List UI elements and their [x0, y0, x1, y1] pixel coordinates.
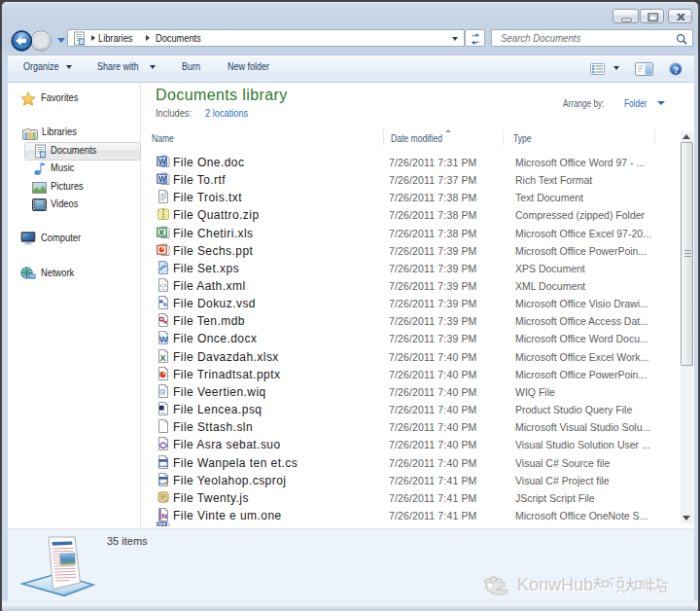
- svg-text:W: W: [158, 157, 167, 166]
- svg-text:X: X: [160, 353, 166, 363]
- svg-text:?: ?: [674, 65, 680, 75]
- svg-text:W: W: [158, 174, 167, 184]
- svg-text:W: W: [159, 335, 168, 344]
- svg-text:<>: <>: [159, 282, 167, 289]
- svg-text:X: X: [158, 228, 164, 237]
- svg-text:W: W: [158, 522, 167, 526]
